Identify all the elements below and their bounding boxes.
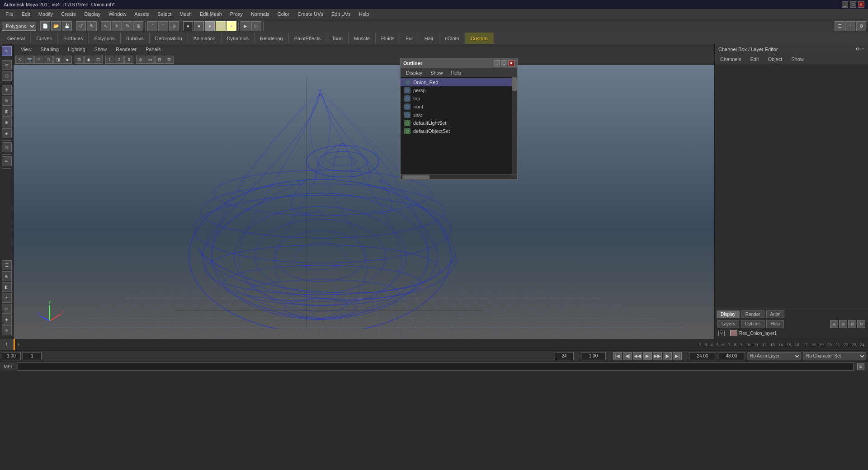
soft-mod-btn[interactable]: ◈ — [2, 128, 12, 138]
menu-edit-mesh[interactable]: Edit Mesh — [196, 10, 226, 18]
universal-manip-btn[interactable]: ⊕ — [2, 118, 12, 127]
menu-window[interactable]: Window — [105, 10, 130, 18]
tab-painteffects[interactable]: PaintEffects — [289, 33, 327, 44]
tab-polygons[interactable]: Polygons — [89, 33, 120, 44]
vp-lighting-menu[interactable]: Lighting — [63, 46, 90, 53]
menu-modify[interactable]: Modify — [35, 10, 57, 18]
outliner-show-menu[interactable]: Show — [427, 70, 447, 76]
play-fwd-btn[interactable]: ▶▶ — [653, 352, 662, 360]
tool-settings-toggle[interactable]: ⚙ — [856, 21, 866, 31]
tab-edit[interactable]: Edit — [746, 56, 762, 63]
channel-box-header-icons[interactable]: ⚙ ≡ — [856, 47, 864, 52]
range-start-input[interactable] — [2, 352, 21, 360]
tab-fluids[interactable]: Fluids — [376, 33, 400, 44]
outliner-item-front[interactable]: ⬡ front — [401, 103, 512, 111]
select-tool-btn[interactable]: ↖ — [101, 21, 111, 31]
hypershade-btn[interactable]: ◈ — [2, 315, 12, 324]
new-layer-btn[interactable]: ⊕ — [830, 320, 838, 328]
outliner-hscrollbar[interactable] — [401, 174, 517, 179]
timeline-track[interactable]: 1 2 3 4 5 6 7 8 9 10 11 12 13 14 15 16 1… — [14, 339, 868, 350]
menu-display[interactable]: Display — [80, 10, 104, 18]
menu-edit[interactable]: Edit — [18, 10, 34, 18]
layer-tab-anim[interactable]: Anim — [766, 310, 785, 318]
title-bar-controls[interactable]: _ □ ✕ — [842, 1, 864, 8]
layer-tab-display[interactable]: Display — [717, 310, 740, 318]
snap-settings-btn[interactable]: ⋯ — [2, 293, 12, 303]
vp-smooth-btn[interactable]: ◉ — [84, 56, 93, 64]
show-manip-btn[interactable]: ◎ — [2, 142, 12, 152]
tab-surfaces[interactable]: Surfaces — [58, 33, 89, 44]
select-mode-btn[interactable]: ↖ — [2, 46, 12, 56]
vp-shading-menu[interactable]: Shading — [36, 46, 63, 53]
vp-shading3-btn[interactable]: ■ — [63, 56, 72, 64]
mode-dropdown[interactable]: Polygons — [2, 22, 36, 31]
tab-general[interactable]: General — [2, 33, 31, 44]
menu-file[interactable]: File — [2, 10, 17, 18]
channel-box-icon2[interactable]: ≡ — [862, 47, 864, 52]
light5-btn[interactable]: ● — [226, 21, 236, 31]
anim-layer-dropdown[interactable]: No Anim Layer — [747, 352, 801, 360]
del-layer-btn[interactable]: ⊖ — [839, 320, 847, 328]
vp-safe-areas-btn[interactable]: ⊟ — [155, 56, 164, 64]
tab-rendering[interactable]: Rendering — [255, 33, 289, 44]
move-tool-btn[interactable]: ✛ — [2, 85, 12, 95]
layers-subtab[interactable]: Layers — [717, 320, 739, 328]
menu-create[interactable]: Create — [57, 10, 80, 18]
outliner-display-menu[interactable]: Display — [402, 70, 426, 76]
vp-camera-btn[interactable]: 📷 — [25, 56, 34, 64]
menu-select[interactable]: Select — [154, 10, 175, 18]
tab-curves[interactable]: Curves — [31, 33, 58, 44]
tab-custom[interactable]: Custom — [465, 33, 494, 44]
menu-color[interactable]: Color — [274, 10, 293, 18]
outliner-scrollbar[interactable] — [512, 77, 517, 174]
vp-panels-menu[interactable]: Panels — [141, 46, 165, 53]
light3-btn[interactable]: ● — [205, 21, 215, 31]
tab-dynamics[interactable]: Dynamics — [222, 33, 255, 44]
step-fwd-btn[interactable]: |▶ — [663, 352, 672, 360]
new-scene-btn[interactable]: 📄 — [40, 21, 50, 31]
vp-wire-btn[interactable]: ⊞ — [75, 56, 84, 64]
ipr-btn[interactable]: ▷ — [251, 21, 261, 31]
light2-btn[interactable]: ● — [194, 21, 204, 31]
tab-hair[interactable]: Hair — [419, 33, 439, 44]
graph-editor-btn[interactable]: ∿ — [2, 325, 12, 335]
layer-btn[interactable]: ☰ — [2, 260, 12, 270]
end-time-input[interactable] — [718, 352, 745, 360]
layer-opts-btn[interactable]: ⚙ — [848, 320, 856, 328]
range-end-input[interactable] — [555, 352, 574, 360]
menu-help[interactable]: Help — [355, 10, 373, 18]
render-btn[interactable]: ▶ — [241, 21, 250, 31]
scale-btn[interactable]: ⊞ — [133, 21, 143, 31]
minimize-button[interactable]: _ — [842, 1, 848, 8]
paint-select-btn[interactable]: ⬡ — [2, 71, 12, 81]
character-set-dropdown[interactable]: No Character Set — [803, 352, 866, 360]
go-end-btn[interactable]: ▶| — [673, 352, 682, 360]
3d-viewport[interactable]: X Y Z — [14, 65, 714, 339]
outliner-window-controls[interactable]: _ □ ✕ — [494, 60, 514, 66]
outliner-item-lightset[interactable]: ⬡ defaultLightSet — [401, 119, 512, 127]
tab-object[interactable]: Object — [764, 56, 786, 63]
tab-fur[interactable]: Fur — [400, 33, 419, 44]
vp-view-menu[interactable]: View — [16, 46, 36, 53]
layer-visible[interactable]: V — [718, 330, 725, 336]
channel-box-icon1[interactable]: ⚙ — [856, 47, 860, 52]
light1-btn[interactable]: ● — [183, 21, 193, 31]
vp-show-menu[interactable]: Show — [90, 46, 112, 53]
outliner-item-persp[interactable]: ⬡ persp — [401, 86, 512, 94]
vp-select-btn[interactable]: ↖ — [15, 56, 24, 64]
vp-renderer-menu[interactable]: Renderer — [111, 46, 141, 53]
tab-channels[interactable]: Channels — [717, 56, 745, 63]
vp-subdiv1-btn[interactable]: 1 — [105, 56, 114, 64]
redo-btn[interactable]: ↻ — [87, 21, 97, 31]
outliner-item-onion[interactable]: ⬡ Onion_Red — [401, 78, 512, 86]
command-input[interactable] — [18, 362, 854, 371]
options-subtab[interactable]: Options — [741, 320, 764, 328]
tab-deformation[interactable]: Deformation — [150, 33, 188, 44]
open-scene-btn[interactable]: 📂 — [51, 21, 61, 31]
outliner-maximize-btn[interactable]: □ — [501, 60, 507, 66]
play-back-btn[interactable]: ◀◀ — [633, 352, 642, 360]
menu-edit-uvs[interactable]: Edit UVs — [328, 10, 354, 18]
play-btn[interactable]: ▶ — [643, 352, 652, 360]
outliner-close-btn[interactable]: ✕ — [508, 60, 514, 66]
current-frame-input[interactable] — [581, 352, 606, 360]
